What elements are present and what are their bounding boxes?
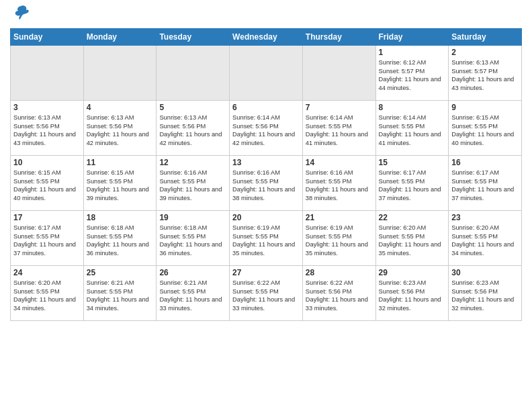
cell-details: Sunrise: 6:13 AMSunset: 5:56 PMDaylight:… (159, 113, 226, 147)
day-number: 13 (232, 158, 300, 167)
weekday-header-thursday: Thursday (302, 29, 375, 46)
cell-details: Sunrise: 6:20 AMSunset: 5:55 PMDaylight:… (451, 224, 519, 257)
weekday-header-tuesday: Tuesday (157, 29, 230, 46)
day-number: 10 (13, 158, 81, 167)
day-number: 28 (306, 268, 373, 277)
cell-details: Sunrise: 6:14 AMSunset: 5:55 PMDaylight:… (306, 113, 373, 147)
calendar-cell: 2Sunrise: 6:13 AMSunset: 5:57 PMDaylight… (449, 46, 522, 101)
day-number: 24 (13, 268, 81, 277)
calendar-cell: 7Sunrise: 6:14 AMSunset: 5:55 PMDaylight… (302, 101, 375, 156)
cell-details: Sunrise: 6:17 AMSunset: 5:55 PMDaylight:… (13, 224, 81, 257)
weekday-header-row: SundayMondayTuesdayWednesdayThursdayFrid… (11, 29, 522, 46)
calendar-cell: 1Sunrise: 6:12 AMSunset: 5:57 PMDaylight… (375, 46, 449, 101)
calendar-cell: 26Sunrise: 6:21 AMSunset: 5:55 PMDayligh… (157, 266, 230, 321)
calendar-table: SundayMondayTuesdayWednesdayThursdayFrid… (10, 28, 522, 321)
day-number: 2 (451, 48, 519, 57)
calendar-cell: 13Sunrise: 6:16 AMSunset: 5:55 PMDayligh… (230, 156, 303, 211)
cell-details: Sunrise: 6:14 AMSunset: 5:56 PMDaylight:… (232, 113, 300, 147)
cell-details: Sunrise: 6:15 AMSunset: 5:55 PMDaylight:… (87, 169, 154, 202)
calendar-cell: 17Sunrise: 6:17 AMSunset: 5:55 PMDayligh… (11, 211, 84, 266)
calendar-week-row: 3Sunrise: 6:13 AMSunset: 5:56 PMDaylight… (11, 101, 522, 156)
calendar-cell (230, 46, 303, 101)
cell-details: Sunrise: 6:15 AMSunset: 5:55 PMDaylight:… (451, 113, 519, 147)
cell-details: Sunrise: 6:17 AMSunset: 5:55 PMDaylight:… (451, 169, 519, 202)
calendar-cell: 3Sunrise: 6:13 AMSunset: 5:56 PMDaylight… (11, 101, 84, 156)
cell-details: Sunrise: 6:23 AMSunset: 5:56 PMDaylight:… (451, 279, 519, 312)
calendar-cell: 30Sunrise: 6:23 AMSunset: 5:56 PMDayligh… (449, 266, 522, 321)
calendar-cell: 16Sunrise: 6:17 AMSunset: 5:55 PMDayligh… (449, 156, 522, 211)
cell-details: Sunrise: 6:19 AMSunset: 5:55 PMDaylight:… (232, 224, 300, 257)
cell-details: Sunrise: 6:16 AMSunset: 5:55 PMDaylight:… (232, 169, 300, 202)
day-number: 7 (306, 103, 373, 112)
calendar-week-row: 17Sunrise: 6:17 AMSunset: 5:55 PMDayligh… (11, 211, 522, 266)
day-number: 1 (379, 48, 446, 57)
day-number: 11 (87, 158, 154, 167)
calendar-cell: 10Sunrise: 6:15 AMSunset: 5:55 PMDayligh… (11, 156, 84, 211)
day-number: 23 (451, 213, 519, 222)
cell-details: Sunrise: 6:18 AMSunset: 5:55 PMDaylight:… (87, 224, 154, 257)
cell-details: Sunrise: 6:20 AMSunset: 5:55 PMDaylight:… (379, 224, 446, 257)
weekday-header-wednesday: Wednesday (230, 29, 303, 46)
cell-details: Sunrise: 6:16 AMSunset: 5:55 PMDaylight:… (306, 169, 373, 202)
calendar-week-row: 10Sunrise: 6:15 AMSunset: 5:55 PMDayligh… (11, 156, 522, 211)
calendar-cell: 9Sunrise: 6:15 AMSunset: 5:55 PMDaylight… (449, 101, 522, 156)
cell-details: Sunrise: 6:20 AMSunset: 5:55 PMDaylight:… (13, 279, 81, 312)
day-number: 20 (232, 213, 300, 222)
cell-details: Sunrise: 6:13 AMSunset: 5:56 PMDaylight:… (13, 113, 81, 147)
calendar-cell: 28Sunrise: 6:22 AMSunset: 5:56 PMDayligh… (302, 266, 375, 321)
page-header (10, 7, 522, 25)
day-number: 4 (87, 103, 154, 112)
calendar-cell: 22Sunrise: 6:20 AMSunset: 5:55 PMDayligh… (375, 211, 449, 266)
day-number: 26 (159, 268, 226, 277)
calendar-cell: 8Sunrise: 6:14 AMSunset: 5:55 PMDaylight… (375, 101, 449, 156)
calendar-week-row: 24Sunrise: 6:20 AMSunset: 5:55 PMDayligh… (11, 266, 522, 321)
cell-details: Sunrise: 6:21 AMSunset: 5:55 PMDaylight:… (159, 279, 226, 312)
day-number: 14 (306, 158, 373, 167)
calendar-cell (302, 46, 375, 101)
day-number: 16 (451, 158, 519, 167)
cell-details: Sunrise: 6:22 AMSunset: 5:55 PMDaylight:… (232, 279, 300, 312)
calendar-cell: 20Sunrise: 6:19 AMSunset: 5:55 PMDayligh… (230, 211, 303, 266)
day-number: 12 (159, 158, 226, 167)
cell-details: Sunrise: 6:22 AMSunset: 5:56 PMDaylight:… (306, 279, 373, 312)
weekday-header-saturday: Saturday (449, 29, 522, 46)
calendar-cell: 24Sunrise: 6:20 AMSunset: 5:55 PMDayligh… (11, 266, 84, 321)
logo (10, 7, 30, 25)
cell-details: Sunrise: 6:18 AMSunset: 5:55 PMDaylight:… (159, 224, 226, 257)
day-number: 19 (159, 213, 226, 222)
calendar-cell: 12Sunrise: 6:16 AMSunset: 5:55 PMDayligh… (157, 156, 230, 211)
calendar-cell: 19Sunrise: 6:18 AMSunset: 5:55 PMDayligh… (157, 211, 230, 266)
calendar-cell: 18Sunrise: 6:18 AMSunset: 5:55 PMDayligh… (83, 211, 157, 266)
calendar-cell: 4Sunrise: 6:13 AMSunset: 5:56 PMDaylight… (83, 101, 157, 156)
calendar-week-row: 1Sunrise: 6:12 AMSunset: 5:57 PMDaylight… (11, 46, 522, 101)
weekday-header-sunday: Sunday (11, 29, 84, 46)
logo-bird-icon (11, 3, 30, 25)
cell-details: Sunrise: 6:12 AMSunset: 5:57 PMDaylight:… (379, 58, 446, 92)
weekday-header-monday: Monday (83, 29, 157, 46)
cell-details: Sunrise: 6:21 AMSunset: 5:55 PMDaylight:… (87, 279, 154, 312)
calendar-cell: 14Sunrise: 6:16 AMSunset: 5:55 PMDayligh… (302, 156, 375, 211)
day-number: 29 (379, 268, 446, 277)
calendar-cell: 11Sunrise: 6:15 AMSunset: 5:55 PMDayligh… (83, 156, 157, 211)
cell-details: Sunrise: 6:13 AMSunset: 5:57 PMDaylight:… (451, 58, 519, 92)
day-number: 27 (232, 268, 300, 277)
day-number: 15 (379, 158, 446, 167)
day-number: 25 (87, 268, 154, 277)
cell-details: Sunrise: 6:16 AMSunset: 5:55 PMDaylight:… (159, 169, 226, 202)
calendar-cell: 29Sunrise: 6:23 AMSunset: 5:56 PMDayligh… (375, 266, 449, 321)
calendar-cell: 15Sunrise: 6:17 AMSunset: 5:55 PMDayligh… (375, 156, 449, 211)
day-number: 5 (159, 103, 226, 112)
day-number: 9 (451, 103, 519, 112)
day-number: 17 (13, 213, 81, 222)
calendar-cell: 21Sunrise: 6:19 AMSunset: 5:55 PMDayligh… (302, 211, 375, 266)
day-number: 3 (13, 103, 81, 112)
day-number: 8 (379, 103, 446, 112)
day-number: 6 (232, 103, 300, 112)
calendar-cell (11, 46, 84, 101)
calendar-cell: 27Sunrise: 6:22 AMSunset: 5:55 PMDayligh… (230, 266, 303, 321)
cell-details: Sunrise: 6:17 AMSunset: 5:55 PMDaylight:… (379, 169, 446, 202)
day-number: 22 (379, 213, 446, 222)
day-number: 30 (451, 268, 519, 277)
weekday-header-friday: Friday (375, 29, 449, 46)
calendar-cell: 5Sunrise: 6:13 AMSunset: 5:56 PMDaylight… (157, 101, 230, 156)
